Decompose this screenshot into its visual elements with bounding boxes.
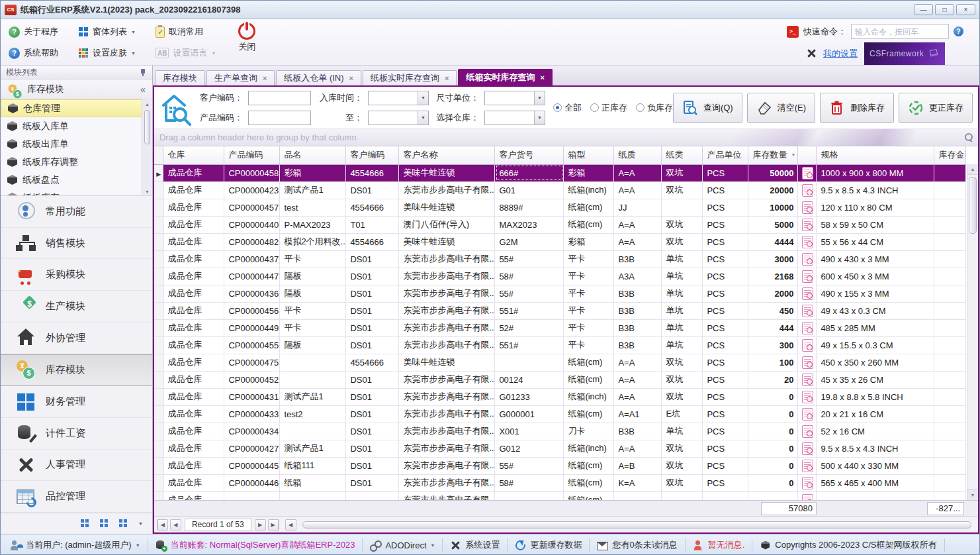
cell-detail[interactable]: [798, 319, 817, 336]
statusbar-item[interactable]: 当前用户: (admin-超级用户) ▼: [3, 538, 148, 552]
table-row[interactable]: ▶ 成品仓库 CP00000458 彩箱 4554666 美味牛蛙连锁 666#…: [154, 164, 966, 181]
stock-detail-icon[interactable]: [802, 287, 813, 300]
quick-help-icon[interactable]: ?: [954, 26, 963, 36]
column-header[interactable]: 品名: [280, 146, 346, 164]
overflow-chevron-icon[interactable]: ▼: [138, 521, 143, 526]
scroll-thumb[interactable]: [144, 110, 150, 144]
table-row[interactable]: ▶ 成品仓库 CP00000423 测试产品1 DS01 东莞市步步高电子有限.…: [154, 181, 966, 199]
stock-detail-icon[interactable]: [802, 356, 813, 369]
cell-detail[interactable]: [798, 302, 817, 319]
cell-detail[interactable]: [798, 457, 817, 474]
collapse-chevron-icon[interactable]: «: [140, 84, 146, 95]
column-header[interactable]: 仓库: [163, 146, 224, 164]
cell-detail[interactable]: [798, 216, 817, 233]
stock-detail-icon[interactable]: [802, 167, 813, 179]
table-row[interactable]: ▶ 成品仓库 东莞市步步高电子有限... 纸箱(cm): [154, 491, 966, 500]
column-header[interactable]: 库存数量▼: [748, 146, 798, 164]
stock-filter-radio[interactable]: 正库存: [590, 102, 627, 114]
statusbar-item[interactable]: ADODirect ▼: [363, 538, 443, 552]
scroll-down-icon[interactable]: ▼: [142, 187, 152, 196]
stock-detail-icon[interactable]: [802, 305, 813, 317]
document-tab[interactable]: 纸板入仓单 (IN) ×: [276, 70, 361, 85]
delete-stock-button[interactable]: 删除库存: [820, 93, 894, 123]
column-header[interactable]: [798, 146, 817, 164]
stock-detail-icon[interactable]: [802, 460, 813, 472]
tree-item[interactable]: 仓库管理: [1, 99, 144, 117]
table-row[interactable]: ▶ 成品仓库 CP00000446 纸箱 DS01 东莞市步步高电子有限... …: [154, 474, 966, 491]
stock-detail-icon[interactable]: [802, 391, 813, 403]
customer-code-input[interactable]: [248, 91, 311, 105]
table-row[interactable]: ▶ 成品仓库 CP00000457 test 4554666 美味牛蛙连锁 88…: [154, 199, 966, 216]
stock-detail-icon[interactable]: [802, 339, 813, 352]
window-list-button[interactable]: 窗体列表 ▼: [78, 26, 136, 38]
csframework-logo[interactable]: CSFramework: [864, 42, 945, 65]
last-record-button[interactable]: ▶: [268, 519, 279, 530]
statusbar-item[interactable]: 更新缓存数据 ▼: [508, 538, 590, 552]
table-row[interactable]: ▶ 成品仓库 CP00000475 4554666 美味牛蛙连锁 纸箱(cm) …: [154, 354, 966, 371]
stock-detail-icon[interactable]: [802, 219, 813, 231]
combo-dropdown-icon[interactable]: ▼: [534, 91, 545, 105]
table-row[interactable]: ▶ 成品仓库 CP00000427 测试产品1 DS01 东莞市步步高电子有限.…: [154, 440, 966, 457]
cell-detail[interactable]: [798, 233, 817, 250]
mini-window-icon[interactable]: [100, 519, 109, 528]
tree-item[interactable]: 纸板盘点: [1, 171, 144, 189]
statusbar-item[interactable]: Copyrights 2006-2023 C/S框架网版权所有 ▼: [752, 538, 944, 552]
stock-detail-icon[interactable]: [802, 322, 813, 334]
cell-detail[interactable]: [798, 440, 817, 457]
module-button[interactable]: 生产模块: [1, 291, 152, 323]
about-button[interactable]: ? 关于程序: [9, 26, 58, 38]
scroll-down-icon[interactable]: ▼: [967, 489, 978, 500]
column-header[interactable]: 库存金额: [934, 146, 966, 164]
stock-detail-icon[interactable]: [802, 236, 813, 248]
stock-detail-icon[interactable]: [802, 253, 813, 266]
statusbar-item[interactable]: 您有0条未读消息 ▼: [590, 538, 685, 552]
combo-dropdown-icon[interactable]: ▼: [534, 111, 545, 125]
group-by-bar[interactable]: Drag a column header here to group by th…: [154, 129, 978, 146]
cell-detail[interactable]: [798, 336, 817, 354]
table-row[interactable]: ▶ 成品仓库 CP00000482 模拟2个用料改... 4554666 美味牛…: [154, 233, 966, 250]
table-row[interactable]: ▶ 成品仓库 CP00000434 DS01 东莞市步步高电子有限... X00…: [154, 423, 966, 440]
prev-record-button[interactable]: ◀: [170, 519, 181, 530]
stock-detail-icon[interactable]: [802, 408, 813, 421]
cell-detail[interactable]: [798, 285, 817, 302]
set-skin-button[interactable]: 设置皮肤 ▼: [78, 47, 136, 59]
module-button[interactable]: 品控管理: [1, 481, 152, 513]
module-button[interactable]: 人事管理: [1, 450, 152, 481]
cell-detail[interactable]: [798, 181, 817, 199]
grid-vertical-scrollbar[interactable]: ▲ ▼: [967, 164, 978, 500]
to-time-combo[interactable]: ▼: [368, 111, 429, 125]
table-row[interactable]: ▶ 成品仓库 CP00000445 纸箱111 DS01 东莞市步步高电子有限.…: [154, 457, 966, 474]
cell-detail[interactable]: [798, 474, 817, 491]
minimize-button[interactable]: —: [914, 4, 933, 15]
table-row[interactable]: ▶ 成品仓库 CP00000431 测试产品1 DS01 东莞市步步高电子有限.…: [154, 388, 966, 405]
tab-close-icon[interactable]: ×: [349, 74, 353, 82]
column-header[interactable]: 客户编码: [346, 146, 399, 164]
my-settings-link[interactable]: 我的设置: [823, 48, 858, 60]
cell-detail[interactable]: [798, 491, 817, 500]
search-icon[interactable]: [964, 132, 973, 142]
scroll-thumb[interactable]: [969, 177, 977, 234]
clear-button[interactable]: 清空(E): [747, 93, 815, 123]
table-row[interactable]: ▶ 成品仓库 CP00000437 平卡 DS01 东莞市步步高电子有限... …: [154, 250, 966, 268]
cell-detail[interactable]: [798, 250, 817, 268]
column-header[interactable]: 纸类: [662, 146, 703, 164]
cell-detail[interactable]: [798, 371, 817, 388]
stock-filter-radio[interactable]: 负库存: [636, 102, 673, 114]
size-unit-combo[interactable]: ▼: [484, 91, 545, 105]
column-header[interactable]: 产品编码: [224, 146, 280, 164]
scroll-up-icon[interactable]: ▲: [967, 164, 978, 175]
tab-close-icon[interactable]: ×: [263, 74, 267, 82]
mini-window-icon[interactable]: [81, 519, 89, 528]
stock-detail-icon[interactable]: [802, 201, 813, 214]
column-header[interactable]: 箱型: [564, 146, 614, 164]
horizontal-scrollbar[interactable]: [302, 521, 971, 529]
table-row[interactable]: ▶ 成品仓库 CP00000436 隔板 DS01 东莞市步步高电子有限... …: [154, 285, 966, 302]
document-tab[interactable]: 纸箱实时库存查询 ×: [458, 69, 552, 85]
product-code-input[interactable]: [248, 111, 311, 125]
cell-detail[interactable]: [798, 268, 817, 285]
cell-detail[interactable]: [798, 199, 817, 216]
column-header[interactable]: 客户名称: [399, 146, 495, 164]
stock-detail-icon[interactable]: [802, 442, 813, 455]
quick-command-input[interactable]: [851, 24, 949, 39]
table-row[interactable]: ▶ 成品仓库 CP00000440 P-MAX2023 T01 澳门八佰伴(导入…: [154, 216, 966, 233]
